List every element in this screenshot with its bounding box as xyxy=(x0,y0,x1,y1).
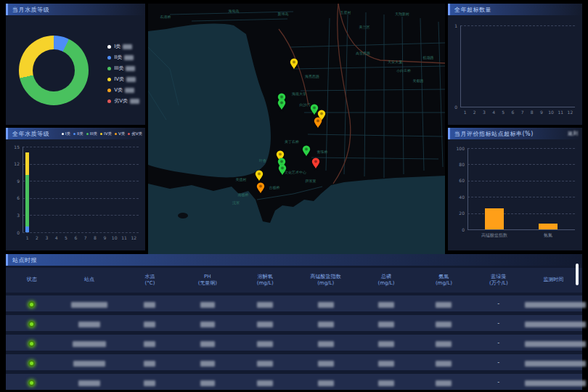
cell-tp xyxy=(357,336,415,350)
legend-dot xyxy=(100,133,102,135)
x-axis-line xyxy=(460,107,575,107)
column-header-ph: PH(无量纲) xyxy=(179,274,236,287)
legend-item[interactable]: IV类 xyxy=(107,75,139,83)
x-axis-line xyxy=(467,229,575,230)
gridline xyxy=(23,215,139,216)
legend-dot xyxy=(107,78,111,81)
gridline xyxy=(23,198,139,199)
legend-dot xyxy=(128,133,130,135)
cell-status xyxy=(6,336,57,350)
cell-algae: - xyxy=(473,301,524,307)
cell-do xyxy=(237,297,294,311)
table-row[interactable]: - xyxy=(6,354,582,370)
gridline xyxy=(467,197,575,197)
map-place-label: 海秀西路 xyxy=(305,74,319,78)
status-dot xyxy=(28,360,35,367)
table-row[interactable]: - xyxy=(6,295,582,311)
panel-header: 当月水质等级 xyxy=(6,4,145,15)
cell-algae: - xyxy=(473,359,524,366)
dashboard: 当月水质等级 I类II类III类IV类V类劣V类 全年水质等级 I类II类III… xyxy=(0,0,588,392)
legend-item[interactable]: III类 xyxy=(86,131,97,136)
redacted-value xyxy=(144,361,155,367)
cell-temp xyxy=(121,336,179,350)
redacted-value xyxy=(378,302,394,308)
redacted-value xyxy=(378,380,394,386)
gridline xyxy=(23,232,139,233)
map-place-label: 海甸岛 xyxy=(229,9,240,13)
legend-label: 劣V类 xyxy=(114,97,128,105)
cell-status xyxy=(6,317,57,330)
station-map-pin[interactable] xyxy=(277,99,286,110)
redacted-value xyxy=(78,380,100,386)
legend-dot xyxy=(115,133,117,135)
table-row[interactable]: - xyxy=(6,315,582,331)
legend-item[interactable]: II类 xyxy=(73,131,83,136)
legend-item[interactable]: V类 xyxy=(115,131,125,136)
redacted-value xyxy=(257,341,273,347)
legend-label: 劣V类 xyxy=(131,131,142,136)
cell-time xyxy=(525,375,582,389)
redacted-value xyxy=(436,302,452,308)
legend-item[interactable]: I类 xyxy=(107,43,139,50)
table-scrollbar[interactable] xyxy=(576,264,579,285)
legend-item[interactable]: I类 xyxy=(62,131,70,136)
x-axis-tick-label: 6 xyxy=(508,110,518,115)
redacted-value xyxy=(525,302,586,308)
map-place-label: 小白庄桥 xyxy=(396,68,411,73)
legend-value-redacted xyxy=(125,88,134,93)
station-map-pin[interactable] xyxy=(256,182,265,194)
legend-dot xyxy=(107,67,111,70)
legend-item[interactable]: III类 xyxy=(107,65,139,72)
legend-label: I类 xyxy=(114,43,121,50)
legend-item[interactable]: IV类 xyxy=(100,131,112,136)
redacted-value xyxy=(257,361,273,367)
cell-temp xyxy=(121,356,179,369)
cell-time xyxy=(525,317,582,330)
redacted-value xyxy=(436,361,452,367)
gridline xyxy=(23,147,139,147)
annual-exceed-chart: 01123456789101112 xyxy=(450,17,580,124)
cell-codmn xyxy=(294,375,357,389)
station-map-pin[interactable] xyxy=(311,158,320,169)
cell-nh3n xyxy=(415,356,473,369)
cell-ph xyxy=(179,356,236,369)
city-map[interactable]: 石庙桥海甸岛新埠岛五星村天翔新村美兰区高登西路天安大厦机场路小白庄桥吴都路海秀西… xyxy=(148,4,445,254)
legend-item[interactable]: 劣V类 xyxy=(128,131,142,136)
cell-codmn xyxy=(294,336,357,350)
cell-tp xyxy=(357,317,415,330)
bar-chart-legend: I类II类III类IV类V类劣V类 xyxy=(59,131,142,136)
stacked-bar-segment xyxy=(25,226,29,232)
station-map-pin[interactable] xyxy=(302,145,311,157)
panel-title: 全年水质等级 xyxy=(12,130,49,138)
legend-dot xyxy=(107,89,111,92)
y-axis-tick-label: 40 xyxy=(450,195,465,200)
rules-link[interactable]: 规则 xyxy=(568,130,578,137)
column-header-codmn: 高锰酸盐指数(mg/L) xyxy=(294,274,357,287)
table-row[interactable]: - xyxy=(6,335,582,351)
map-place-label: 沈家 xyxy=(232,200,240,205)
stacked-bar-segment xyxy=(25,152,29,175)
cell-nh3n xyxy=(415,297,473,311)
map-place-label: 机场路 xyxy=(423,55,434,60)
column-header-time: 监测时间 xyxy=(525,277,582,283)
stacked-bar-segment xyxy=(25,175,29,226)
map-place-label: 文化艺术中心 xyxy=(285,170,306,174)
legend-item[interactable]: V类 xyxy=(107,86,139,94)
station-map-pin[interactable] xyxy=(255,170,264,181)
y-axis-tick-label: 100 xyxy=(450,146,465,151)
redacted-value xyxy=(71,302,107,308)
legend-value-redacted xyxy=(130,99,139,104)
column-header-algae: 蓝绿藻(万个/L) xyxy=(473,274,524,287)
x-axis-tick-label: 5 xyxy=(61,235,70,240)
redacted-value xyxy=(200,341,215,347)
donut-chart-area: I类II类III类IV类V类劣V类 xyxy=(6,15,145,123)
station-map-pin[interactable] xyxy=(290,58,298,70)
station-map-pin[interactable] xyxy=(278,164,287,176)
cell-do xyxy=(237,375,294,389)
station-map-pin[interactable] xyxy=(314,117,322,128)
legend-item[interactable]: 劣V类 xyxy=(107,97,139,105)
table-row[interactable]: - xyxy=(6,374,582,390)
map-place-label: 石庙桥 xyxy=(160,15,171,19)
legend-item[interactable]: II类 xyxy=(107,54,139,61)
map-place-label: 天翔新村 xyxy=(395,12,409,16)
